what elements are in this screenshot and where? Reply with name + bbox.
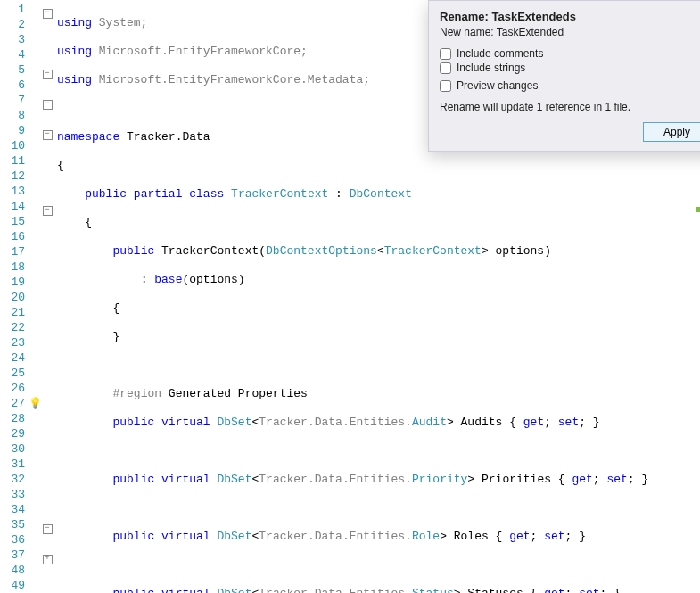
include-strings-checkbox[interactable]: Include strings xyxy=(440,62,700,74)
change-marker xyxy=(696,207,700,212)
preview-changes-checkbox[interactable]: Preview changes xyxy=(440,79,700,92)
rename-title: Rename: TaskExtendeds xyxy=(440,10,700,23)
include-comments-input[interactable] xyxy=(440,48,451,60)
include-strings-input[interactable] xyxy=(440,62,451,74)
preview-changes-input[interactable] xyxy=(440,80,451,92)
apply-button[interactable]: Apply xyxy=(643,122,700,142)
rename-popup: ✕ Rename: TaskExtendeds New name: TaskEx… xyxy=(428,0,700,152)
lightbulb-icon[interactable]: 💡 xyxy=(29,396,41,411)
line-number-gutter: 1 2 3 4 5 6 7 8 9 10 11 12 13 14 15 16 1… xyxy=(0,0,29,593)
include-comments-checkbox[interactable]: Include comments xyxy=(440,47,700,60)
rename-subtitle: New name: TaskExtended xyxy=(440,26,700,38)
fold-gutter: − − − − − − + xyxy=(41,0,54,593)
glyph-margin: 💡 xyxy=(29,0,41,593)
rename-status: Rename will update 1 reference in 1 file… xyxy=(440,101,700,113)
